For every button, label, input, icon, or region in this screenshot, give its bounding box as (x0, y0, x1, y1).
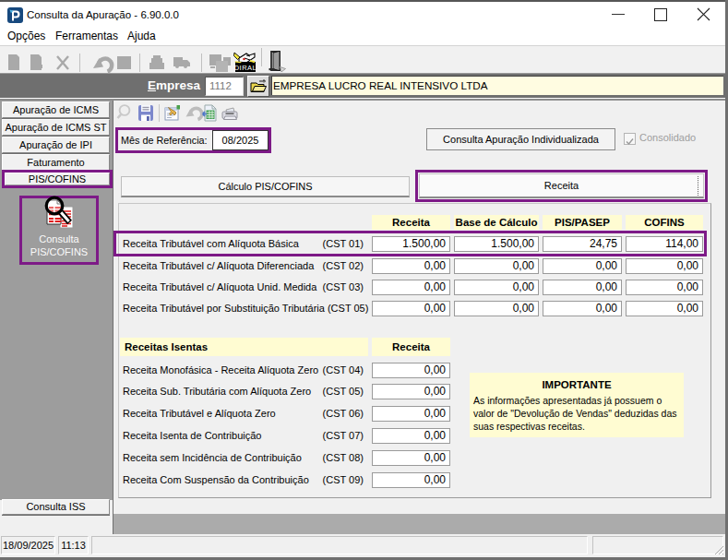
svg-text:DIRAL: DIRAL (234, 64, 257, 72)
